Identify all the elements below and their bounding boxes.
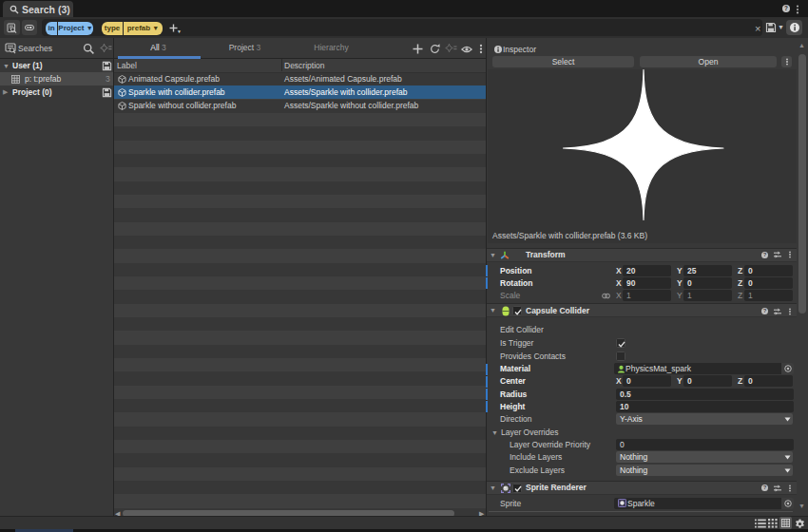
- svg-text:?: ?: [762, 252, 766, 257]
- svg-text:?: ?: [762, 484, 766, 490]
- svg-text:?: ?: [784, 5, 788, 11]
- svg-text:?: ?: [762, 308, 766, 314]
